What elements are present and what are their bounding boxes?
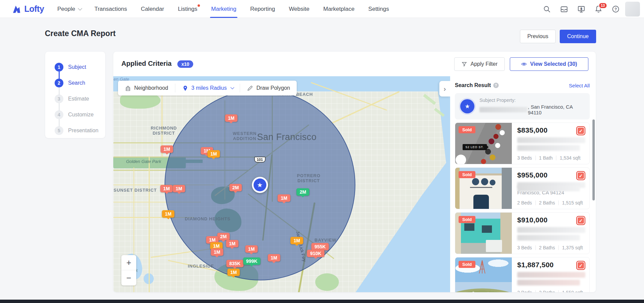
subject-property-label: Subject Property:: [479, 98, 584, 103]
selected-checkbox[interactable]: [576, 171, 585, 180]
zoom-in-button[interactable]: +: [121, 255, 136, 270]
applied-criteria-panel: Applied Criteria x10 Apply Filter View S…: [113, 51, 596, 293]
price-marker[interactable]: 1M: [225, 114, 237, 122]
highway-101-shield: 101: [254, 157, 265, 163]
redacted-address-line: [517, 227, 585, 233]
inbox-icon[interactable]: [560, 5, 568, 13]
continue-button[interactable]: Continue: [560, 30, 596, 43]
status-badge: Sold: [459, 261, 475, 268]
apply-filter-button[interactable]: Apply Filter: [454, 57, 505, 71]
property-card[interactable]: Sold $910,000 3 Beds: [455, 212, 590, 254]
beds-value: 3 Beds: [517, 245, 532, 250]
subject-property-address: , San Francisco, CA 94110: [479, 104, 584, 115]
nav-item[interactable]: Marketing: [209, 0, 238, 18]
price-marker[interactable]: 2M: [217, 233, 230, 240]
nav-item[interactable]: People: [56, 0, 82, 18]
step-number: 5: [55, 126, 63, 135]
price-marker[interactable]: 2M: [297, 188, 309, 196]
stepper-step[interactable]: 2 Search: [55, 75, 105, 91]
map[interactable]: en Gate NORTH BEACH RICHMOND DISTRICT WE…: [113, 76, 450, 293]
nav-item[interactable]: Settings: [367, 0, 390, 18]
nav-item[interactable]: Reporting: [248, 0, 277, 18]
property-photo: Sold: [455, 168, 512, 209]
criteria-count-badge: x10: [177, 60, 193, 68]
price-marker[interactable]: 835K: [226, 260, 243, 267]
price-marker[interactable]: 1M: [160, 145, 173, 153]
draw-polygon-tool[interactable]: Draw Polygon: [240, 84, 297, 92]
address-peek: Francisco, CA 94124: [517, 189, 585, 195]
property-specs: 2 Beds 2 Baths 1,515 sqft: [517, 200, 585, 205]
property-price: $955,000: [517, 171, 548, 179]
price-marker[interactable]: 2M: [229, 184, 242, 191]
status-badge: Sold: [459, 126, 475, 133]
selected-checkbox[interactable]: [576, 216, 585, 225]
help-icon[interactable]: ?: [493, 83, 499, 88]
notification-dot: [198, 4, 200, 7]
selected-checkbox[interactable]: [576, 261, 585, 270]
nav-item[interactable]: Marketplace: [322, 0, 356, 18]
nav-item-label: Settings: [368, 6, 389, 12]
notifications-bell-icon[interactable]: 13: [594, 5, 603, 13]
nav-item-label: People: [57, 6, 75, 12]
svg-text:?: ?: [615, 7, 617, 11]
neighborhood-label: Neighborhood: [134, 85, 168, 91]
price-marker[interactable]: 1M: [207, 150, 220, 158]
price-marker[interactable]: 1M: [211, 248, 223, 256]
baths-value: 2 Baths: [539, 200, 555, 205]
nav-item[interactable]: Calendar: [139, 0, 166, 18]
status-badge: Sold: [459, 171, 475, 178]
search-icon[interactable]: [543, 5, 551, 13]
nav-item-label: Website: [289, 6, 310, 12]
property-card[interactable]: Sold $955,000 Francisco, CA 94124: [455, 167, 590, 209]
price-marker[interactable]: 1M: [173, 185, 185, 192]
step-number: 1: [55, 63, 63, 72]
price-marker[interactable]: 999K: [243, 257, 260, 265]
billing-monitor-icon[interactable]: $: [577, 5, 585, 13]
price-marker[interactable]: 1M: [268, 254, 280, 261]
subject-property-pin[interactable]: ★: [252, 177, 268, 193]
collapse-panel-toggle[interactable]: ›: [439, 81, 450, 97]
brand[interactable]: Lofty: [11, 0, 44, 18]
price-marker[interactable]: 1M: [227, 269, 240, 276]
apply-filter-label: Apply Filter: [470, 61, 497, 67]
select-all-link[interactable]: Select All: [569, 83, 590, 88]
price-marker[interactable]: 1M: [291, 237, 303, 244]
property-details: $835,000 3 Beds 1 Bath 1,534 sqft: [512, 123, 589, 164]
nav-item-label: Listings: [178, 6, 198, 12]
price-marker[interactable]: 1M: [245, 245, 258, 253]
property-specs: 3 Beds 2 Baths 1,550 sqft: [517, 290, 585, 292]
stepper-step[interactable]: 1 Subject: [55, 59, 105, 75]
nav-item[interactable]: Transactions: [93, 0, 129, 18]
radius-tool[interactable]: 3 miles Radius: [175, 84, 240, 92]
beds-value: 2 Beds: [517, 200, 532, 205]
nav-item[interactable]: Listings: [176, 0, 199, 18]
price-marker[interactable]: 1M: [226, 240, 238, 247]
zoom-out-button[interactable]: −: [121, 270, 136, 285]
property-photo: Sold: [455, 257, 512, 292]
neighborhood-tool[interactable]: Neighborhood: [118, 84, 175, 92]
property-card[interactable]: Sold $1,887,500 3 Beds: [455, 257, 590, 292]
previous-button[interactable]: Previous: [520, 30, 556, 43]
price-marker[interactable]: 1M: [278, 194, 290, 202]
price-marker[interactable]: 955K: [312, 243, 329, 250]
nav-item-label: Marketplace: [323, 6, 355, 12]
avatar[interactable]: [625, 2, 640, 17]
nav-item[interactable]: Website: [287, 0, 311, 18]
property-card[interactable]: Sold 52 LEO ST. $835,000 3 Beds: [455, 122, 590, 164]
stepper-step[interactable]: 4 Customize: [55, 107, 105, 122]
draw-polygon-label: Draw Polygon: [256, 85, 290, 91]
price-marker[interactable]: 910K: [307, 250, 324, 257]
search-results-panel: Search Result ? Select All ★ Subject Pro…: [450, 76, 596, 292]
view-selected-button[interactable]: View Selected (30): [510, 57, 588, 71]
stepper-step[interactable]: 3 Estimate: [55, 91, 105, 107]
location-pin-icon: [182, 85, 188, 91]
property-price: $835,000: [517, 126, 548, 134]
notification-count-badge: 13: [598, 2, 607, 9]
selected-checkbox[interactable]: [576, 126, 585, 135]
price-marker[interactable]: 1M: [162, 210, 174, 218]
price-marker[interactable]: 1M: [160, 185, 173, 192]
stepper-step[interactable]: 5 Presentation: [55, 122, 105, 138]
results-title: Search Result: [455, 82, 491, 88]
help-icon[interactable]: ?: [612, 5, 620, 13]
scrollbar-thumb[interactable]: [592, 119, 595, 200]
